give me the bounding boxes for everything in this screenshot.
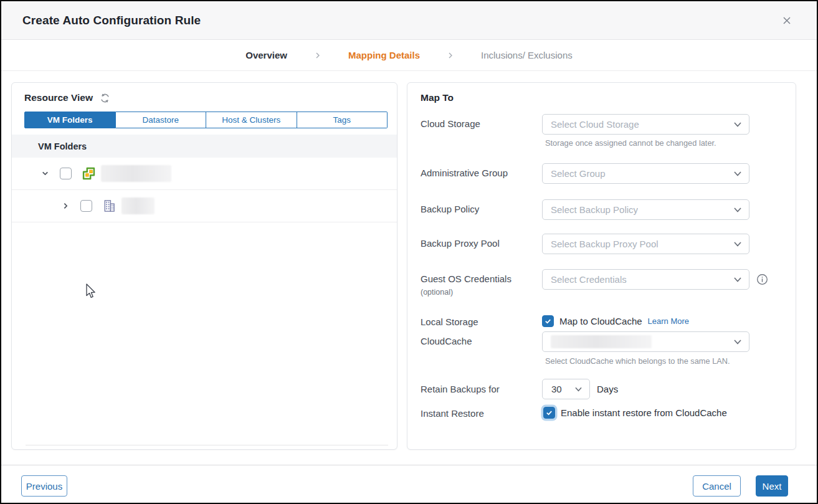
chevron-right-icon[interactable] [62, 202, 70, 210]
tab-datastore[interactable]: Datastore [116, 112, 207, 128]
retention-days-select[interactable]: 30 [542, 379, 590, 399]
backup-proxy-pool-label: Backup Proxy Pool [421, 238, 500, 249]
resource-view-title: Resource View [24, 92, 93, 103]
resource-view-panel: Resource View VM Folders Datastore Host … [11, 82, 397, 450]
local-storage-label: Local Storage [421, 316, 478, 327]
datacenter-icon [102, 199, 117, 213]
map-to-cloudcache-checkbox[interactable] [542, 315, 554, 327]
next-button[interactable]: Next [756, 475, 788, 497]
vcenter-icon [82, 166, 96, 181]
chevron-down-icon [733, 338, 742, 345]
backup-policy-placeholder: Select Backup Policy [551, 204, 638, 215]
step-mapping-details[interactable]: Mapping Details [348, 50, 420, 60]
footer-divider [1, 465, 817, 465]
cancel-button[interactable]: Cancel [693, 475, 741, 497]
admin-group-placeholder: Select Group [551, 168, 606, 179]
dialog-header: Create Auto Configuration Rule [1, 1, 817, 40]
map-to-title: Map To [421, 92, 454, 103]
close-icon[interactable] [782, 16, 792, 26]
map-to-cloudcache-checkbox-label[interactable]: Map to CloudCache [559, 316, 642, 326]
map-to-panel: Map To Cloud Storage Select Cloud Storag… [407, 82, 796, 450]
dialog-title: Create Auto Configuration Rule [22, 14, 201, 27]
instant-restore-checkbox[interactable] [543, 407, 555, 419]
resource-view-header: Resource View [12, 83, 397, 110]
resource-view-tabs: VM Folders Datastore Host & Clusters Tag… [24, 112, 388, 128]
instant-restore-checkbox-label[interactable]: Enable instant restore from CloudCache [561, 407, 727, 418]
guest-os-credentials-select[interactable]: Select Credentials [542, 269, 749, 290]
create-auto-configuration-rule-dialog: Create Auto Configuration Rule Overview … [0, 0, 818, 504]
backup-proxy-pool-placeholder: Select Backup Proxy Pool [551, 239, 659, 249]
chevron-down-icon [574, 386, 583, 392]
instant-restore-row: Enable instant restore from CloudCache [543, 407, 727, 419]
guest-os-credentials-label: Guest OS Credentials [421, 273, 511, 284]
backup-proxy-pool-select[interactable]: Select Backup Proxy Pool [542, 234, 749, 254]
chevron-down-icon [733, 276, 742, 283]
chevron-down-icon[interactable] [41, 169, 49, 178]
retention-label: Retain Backups for [421, 384, 500, 394]
instant-restore-label: Instant Restore [421, 408, 484, 419]
admin-group-select[interactable]: Select Group [542, 163, 749, 184]
step-inclusions-exclusions[interactable]: Inclusions/ Exclusions [481, 50, 573, 60]
wizard-steps: Overview Mapping Details Inclusions/ Exc… [1, 40, 817, 71]
chevron-down-icon [733, 206, 742, 213]
tree-row-datacenter[interactable] [12, 190, 397, 222]
chevron-down-icon [733, 240, 742, 247]
tab-host-clusters[interactable]: Host & Clusters [206, 112, 297, 128]
backup-policy-select[interactable]: Select Backup Policy [542, 199, 749, 220]
cloudcache-label: CloudCache [421, 336, 472, 346]
vcenter-name-redacted [101, 165, 171, 182]
step-overview[interactable]: Overview [245, 50, 287, 60]
chevron-right-icon [313, 51, 322, 60]
chevron-right-icon [446, 51, 455, 60]
retention-days-value: 30 [551, 384, 562, 394]
backup-policy-label: Backup Policy [421, 204, 479, 214]
admin-group-label: Administrative Group [421, 168, 508, 178]
cloud-storage-helper: Storage once assigned cannot be changed … [545, 138, 716, 148]
previous-button[interactable]: Previous [21, 475, 67, 497]
cloudcache-select[interactable] [542, 331, 749, 352]
map-to-cloudcache-row: Map to CloudCache Learn More [542, 315, 689, 327]
cloud-storage-placeholder: Select Cloud Storage [551, 119, 639, 130]
chevron-down-icon [733, 121, 742, 128]
info-icon[interactable] [756, 273, 768, 285]
cloudcache-helper: Select CloudCache which belongs to the s… [545, 356, 730, 366]
learn-more-link[interactable]: Learn More [648, 316, 689, 326]
guest-os-credentials-optional: (optional) [421, 288, 453, 297]
vcenter-checkbox[interactable] [60, 168, 72, 179]
cloud-storage-select[interactable]: Select Cloud Storage [542, 114, 749, 135]
refresh-icon[interactable] [100, 93, 110, 103]
guest-os-credentials-placeholder: Select Credentials [551, 274, 627, 285]
panel-bottom-divider [26, 445, 388, 445]
tab-vm-folders[interactable]: VM Folders [24, 112, 116, 128]
tree-column-header: VM Folders [12, 135, 397, 158]
cloudcache-value-redacted [551, 335, 652, 348]
chevron-down-icon [733, 170, 742, 177]
tree-row-vcenter[interactable] [12, 158, 397, 190]
tab-tags[interactable]: Tags [297, 112, 388, 128]
retention-unit-label: Days [597, 384, 618, 394]
datacenter-name-redacted [121, 197, 155, 214]
datacenter-checkbox[interactable] [80, 200, 92, 212]
cloud-storage-label: Cloud Storage [421, 118, 480, 129]
